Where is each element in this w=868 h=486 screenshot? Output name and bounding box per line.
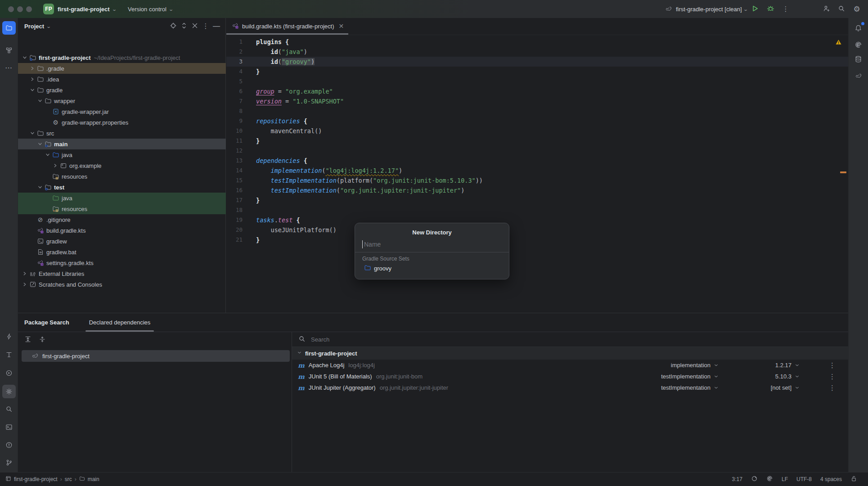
tree-item-src[interactable]: src bbox=[18, 128, 226, 139]
code-line-20[interactable]: 20 useJUnitPlatform() bbox=[226, 225, 848, 235]
code-line-14[interactable]: 14 implementation("log4j:log4j:1.2.17") bbox=[226, 166, 848, 176]
breadcrumb-item[interactable]: first-gradle-project bbox=[14, 476, 58, 482]
code-line-21[interactable]: 21} bbox=[226, 235, 848, 245]
tree-item-main[interactable]: main bbox=[18, 139, 226, 149]
version-selector[interactable]: [not set] bbox=[771, 384, 800, 391]
chevron-down-icon[interactable] bbox=[28, 129, 36, 137]
code-line-6[interactable]: 6group = "org.example" bbox=[226, 86, 848, 96]
window-zoom-button[interactable] bbox=[26, 6, 32, 12]
row-options-kebab[interactable]: ⋮ bbox=[829, 373, 836, 381]
hide-panel-icon[interactable]: — bbox=[211, 21, 222, 32]
scope-selector[interactable]: testImplementation bbox=[661, 384, 719, 391]
code-line-18[interactable]: 18 bbox=[226, 205, 848, 215]
tree-item-external-libraries[interactable]: External Libraries bbox=[18, 268, 226, 279]
row-options-kebab[interactable]: ⋮ bbox=[829, 361, 836, 369]
code-line-10[interactable]: 10 mavenCentral() bbox=[226, 126, 848, 136]
code-line-17[interactable]: 17} bbox=[226, 195, 848, 205]
dependency-row[interactable]: mJUnit Jupiter (Aggregator)org.junit.jup… bbox=[292, 382, 848, 393]
tree-item-settings.gradle.kts[interactable]: settings.gradle.kts bbox=[18, 257, 226, 268]
tree-item-.gitignore[interactable]: ⊘.gitignore bbox=[18, 214, 226, 225]
settings-gear-icon[interactable]: ⚙ bbox=[850, 3, 863, 15]
find-icon[interactable] bbox=[2, 402, 16, 416]
project-switcher[interactable]: first-gradle-project bbox=[58, 6, 110, 13]
indent-style[interactable]: 4 spaces bbox=[820, 476, 842, 482]
tab-close-icon[interactable]: ✕ bbox=[338, 22, 344, 30]
warning-stripe-mark[interactable] bbox=[840, 171, 846, 173]
chevron-down-icon[interactable] bbox=[36, 183, 44, 191]
chevron-right-icon[interactable] bbox=[51, 162, 59, 170]
terminal-icon[interactable] bbox=[2, 420, 16, 434]
code-viewport[interactable]: 1plugins {2 id("java")3 id("groovy")4}56… bbox=[226, 35, 848, 313]
tree-item-first-gradle-project[interactable]: first-gradle-project~/IdeaProjects/first… bbox=[18, 52, 226, 63]
circle-notch-icon[interactable] bbox=[751, 475, 758, 483]
vcs-menu[interactable]: Version control bbox=[128, 6, 166, 13]
chevron-right-icon[interactable] bbox=[21, 280, 29, 288]
inspections-warning-icon[interactable] bbox=[835, 39, 842, 47]
code-line-7[interactable]: 7version = "1.0-SNAPSHOT" bbox=[226, 96, 848, 106]
code-with-me-icon[interactable] bbox=[820, 3, 832, 15]
chevron-down-icon[interactable] bbox=[21, 54, 29, 62]
run-configuration-selector[interactable]: first-gradle-project [clean] bbox=[676, 6, 742, 13]
chevron-down-icon[interactable] bbox=[44, 151, 52, 159]
chevron-down-icon[interactable] bbox=[28, 86, 36, 94]
code-line-2[interactable]: 2 id("java") bbox=[226, 47, 848, 57]
tree-item-resources[interactable]: resources bbox=[18, 203, 226, 214]
tree-item-java[interactable]: java bbox=[18, 149, 226, 160]
tree-item-gradle-wrapper.properties[interactable]: ⚙gradle-wrapper.properties bbox=[18, 117, 226, 128]
code-line-16[interactable]: 16 testImplementation("org.junit.jupiter… bbox=[226, 185, 848, 195]
file-encoding[interactable]: UTF-8 bbox=[796, 476, 812, 482]
tree-item-.gradle[interactable]: .gradle bbox=[18, 63, 226, 74]
dependency-search-input[interactable] bbox=[310, 336, 580, 343]
scope-selector[interactable]: testImplementation bbox=[661, 373, 719, 380]
version-selector[interactable]: 5.10.3 bbox=[775, 373, 800, 380]
run-button[interactable] bbox=[749, 3, 761, 15]
tree-item-test[interactable]: test bbox=[18, 182, 226, 193]
expand-selection-icon[interactable] bbox=[179, 21, 189, 32]
expand-all-icon[interactable] bbox=[22, 334, 33, 345]
chevron-down-icon[interactable] bbox=[36, 97, 44, 105]
dependency-row[interactable]: mJUnit 5 (Bill of Materials)org.junit:ju… bbox=[292, 371, 848, 382]
window-close-button[interactable] bbox=[8, 6, 14, 12]
tree-item-build.gradle.kts[interactable]: build.gradle.kts bbox=[18, 225, 226, 236]
code-line-4[interactable]: 4} bbox=[226, 67, 848, 76]
panel-options-kebab[interactable]: ⋮ bbox=[200, 21, 211, 32]
module-list-item[interactable]: first-gradle-project bbox=[22, 350, 290, 362]
tree-item-java[interactable]: java bbox=[18, 193, 226, 203]
tree-item-gradlew.bat[interactable]: gradlew.bat bbox=[18, 247, 226, 257]
caret-position[interactable]: 3:17 bbox=[732, 476, 742, 482]
locate-file-icon[interactable] bbox=[168, 21, 179, 32]
debug-button[interactable] bbox=[764, 3, 777, 15]
chevron-down-icon[interactable] bbox=[36, 140, 44, 148]
code-line-12[interactable]: 12 bbox=[226, 146, 848, 156]
chevron-right-icon[interactable] bbox=[28, 64, 36, 72]
tool-window-title[interactable]: Package Search bbox=[24, 319, 69, 326]
suggestion-groovy[interactable]: groovy bbox=[361, 264, 502, 273]
structure-icon[interactable] bbox=[2, 44, 16, 57]
chevron-right-icon[interactable] bbox=[21, 270, 29, 278]
code-line-9[interactable]: 9repositories { bbox=[226, 116, 848, 126]
breadcrumb-item[interactable]: main bbox=[88, 476, 99, 482]
scope-selector[interactable]: implementation bbox=[671, 362, 719, 369]
more-icon[interactable]: ⋯ bbox=[2, 61, 16, 74]
tree-item-wrapper[interactable]: wrapper bbox=[18, 95, 226, 106]
database-icon[interactable] bbox=[852, 52, 865, 66]
row-options-kebab[interactable]: ⋮ bbox=[829, 384, 836, 392]
code-line-13[interactable]: 13dependencies { bbox=[226, 156, 848, 166]
unlocked-icon[interactable] bbox=[850, 475, 857, 483]
code-line-8[interactable]: 8 bbox=[226, 106, 848, 116]
tree-item-org.example[interactable]: org.example bbox=[18, 160, 226, 171]
version-selector[interactable]: 1.2.17 bbox=[775, 362, 800, 369]
more-actions-kebab[interactable]: ⋮ bbox=[779, 3, 792, 15]
dependency-group-header[interactable]: first-gradle-project bbox=[292, 347, 848, 360]
tab-declared-dependencies[interactable]: Declared dependencies bbox=[89, 313, 151, 332]
code-line-1[interactable]: 1plugins { bbox=[226, 37, 848, 47]
project-panel-title[interactable]: Project bbox=[24, 23, 44, 30]
tree-item-gradlew[interactable]: gradlew bbox=[18, 236, 226, 247]
git-icon[interactable] bbox=[2, 456, 16, 469]
problems-icon[interactable] bbox=[2, 438, 16, 452]
dependencies-icon[interactable] bbox=[2, 385, 16, 398]
breadcrumb-item[interactable]: src bbox=[65, 476, 72, 482]
tree-item-gradle-wrapper.jar[interactable]: gradle-wrapper.jar bbox=[18, 106, 226, 117]
chevron-right-icon[interactable] bbox=[28, 75, 36, 83]
todo-icon[interactable] bbox=[2, 348, 16, 361]
